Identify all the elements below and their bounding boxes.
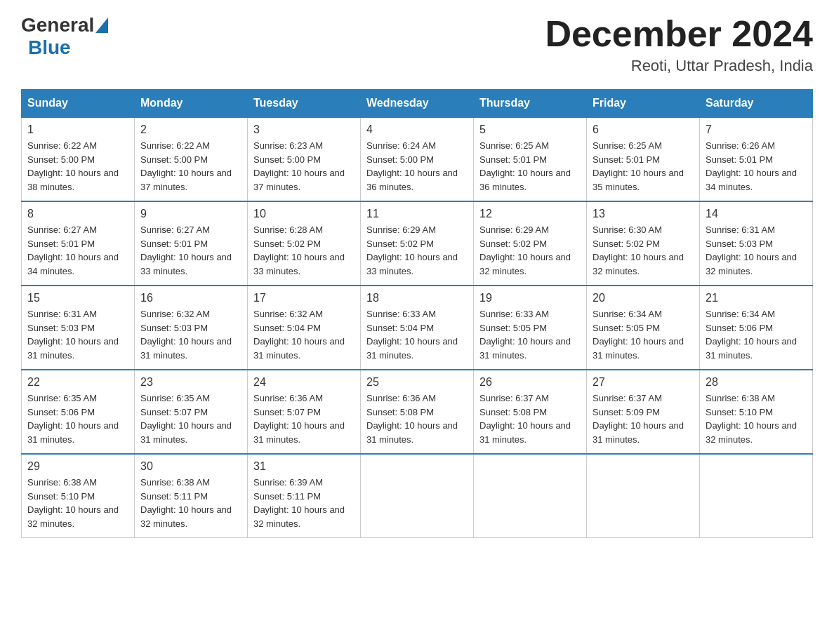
day-info: Sunrise: 6:39 AMSunset: 5:11 PMDaylight:… [253,476,355,530]
day-info: Sunrise: 6:28 AMSunset: 5:02 PMDaylight:… [253,223,355,278]
day-info: Sunrise: 6:37 AMSunset: 5:09 PMDaylight:… [593,391,694,446]
day-info: Sunrise: 6:31 AMSunset: 5:03 PMDaylight:… [706,223,807,278]
day-info: Sunrise: 6:35 AMSunset: 5:06 PMDaylight:… [27,391,128,446]
calendar-cell: 6 Sunrise: 6:25 AMSunset: 5:01 PMDayligh… [587,117,700,201]
day-number: 19 [479,292,581,304]
col-header-thursday: Thursday [474,90,587,118]
day-info: Sunrise: 6:29 AMSunset: 5:02 PMDaylight:… [366,223,468,278]
location-title: Reoti, Uttar Pradesh, India [545,57,813,75]
day-info: Sunrise: 6:27 AMSunset: 5:01 PMDaylight:… [27,223,128,278]
calendar-cell: 30 Sunrise: 6:38 AMSunset: 5:11 PMDaylig… [135,454,248,538]
col-header-friday: Friday [587,90,700,118]
page-header: General Blue December 2024 Reoti, Uttar … [21,14,813,75]
day-number: 20 [593,292,694,304]
day-info: Sunrise: 6:29 AMSunset: 5:02 PMDaylight:… [479,223,581,278]
calendar-cell: 16 Sunrise: 6:32 AMSunset: 5:03 PMDaylig… [135,286,248,370]
calendar-cell: 20 Sunrise: 6:34 AMSunset: 5:05 PMDaylig… [587,286,700,370]
week-row-5: 29 Sunrise: 6:38 AMSunset: 5:10 PMDaylig… [22,454,813,538]
col-header-sunday: Sunday [22,90,135,118]
calendar-cell: 29 Sunrise: 6:38 AMSunset: 5:10 PMDaylig… [22,454,135,538]
day-info: Sunrise: 6:26 AMSunset: 5:01 PMDaylight:… [706,139,807,194]
day-number: 27 [593,376,694,389]
day-number: 13 [593,208,694,220]
calendar-cell: 13 Sunrise: 6:30 AMSunset: 5:02 PMDaylig… [587,201,700,286]
month-title: December 2024 [545,14,813,54]
day-number: 21 [706,292,807,304]
day-number: 23 [140,376,241,389]
logo-triangle-icon [95,18,108,36]
day-info: Sunrise: 6:34 AMSunset: 5:06 PMDaylight:… [706,307,807,362]
day-number: 14 [706,208,807,220]
day-number: 10 [253,208,355,220]
day-number: 22 [27,376,128,389]
calendar-cell: 12 Sunrise: 6:29 AMSunset: 5:02 PMDaylig… [474,201,587,286]
day-number: 11 [366,208,468,220]
day-number: 12 [479,208,581,220]
day-info: Sunrise: 6:35 AMSunset: 5:07 PMDaylight:… [140,391,241,446]
calendar-cell: 24 Sunrise: 6:36 AMSunset: 5:07 PMDaylig… [248,370,361,454]
calendar-cell: 4 Sunrise: 6:24 AMSunset: 5:00 PMDayligh… [361,117,474,201]
calendar-cell [474,454,587,538]
day-number: 24 [253,376,355,389]
col-header-wednesday: Wednesday [361,90,474,118]
day-info: Sunrise: 6:32 AMSunset: 5:03 PMDaylight:… [140,307,241,362]
day-info: Sunrise: 6:38 AMSunset: 5:10 PMDaylight:… [706,391,807,446]
day-number: 8 [27,208,128,220]
day-info: Sunrise: 6:36 AMSunset: 5:08 PMDaylight:… [366,391,468,446]
calendar-cell: 10 Sunrise: 6:28 AMSunset: 5:02 PMDaylig… [248,201,361,286]
calendar-cell: 31 Sunrise: 6:39 AMSunset: 5:11 PMDaylig… [248,454,361,538]
day-number: 3 [253,123,355,136]
calendar-cell: 27 Sunrise: 6:37 AMSunset: 5:09 PMDaylig… [587,370,700,454]
day-number: 28 [706,376,807,389]
day-number: 25 [366,376,468,389]
calendar-cell: 19 Sunrise: 6:33 AMSunset: 5:05 PMDaylig… [474,286,587,370]
week-row-3: 15 Sunrise: 6:31 AMSunset: 5:03 PMDaylig… [22,286,813,370]
day-number: 5 [479,123,581,136]
day-number: 1 [27,123,128,136]
day-info: Sunrise: 6:38 AMSunset: 5:10 PMDaylight:… [27,476,128,530]
logo: General Blue [21,14,108,59]
calendar-table: SundayMondayTuesdayWednesdayThursdayFrid… [21,89,813,538]
day-info: Sunrise: 6:33 AMSunset: 5:04 PMDaylight:… [366,307,468,362]
col-header-saturday: Saturday [700,90,813,118]
day-number: 6 [593,123,694,136]
day-number: 4 [366,123,468,136]
week-row-2: 8 Sunrise: 6:27 AMSunset: 5:01 PMDayligh… [22,201,813,286]
day-number: 17 [253,292,355,304]
day-info: Sunrise: 6:27 AMSunset: 5:01 PMDaylight:… [140,223,241,278]
calendar-cell: 3 Sunrise: 6:23 AMSunset: 5:00 PMDayligh… [248,117,361,201]
day-info: Sunrise: 6:31 AMSunset: 5:03 PMDaylight:… [27,307,128,362]
logo-general-text: General [21,14,94,36]
calendar-cell [361,454,474,538]
calendar-cell: 9 Sunrise: 6:27 AMSunset: 5:01 PMDayligh… [135,201,248,286]
day-number: 26 [479,376,581,389]
day-info: Sunrise: 6:37 AMSunset: 5:08 PMDaylight:… [479,391,581,446]
logo-blue-text: Blue [28,36,71,59]
day-number: 9 [140,208,241,220]
calendar-cell: 23 Sunrise: 6:35 AMSunset: 5:07 PMDaylig… [135,370,248,454]
day-number: 2 [140,123,241,136]
title-block: December 2024 Reoti, Uttar Pradesh, Indi… [545,14,813,75]
day-number: 31 [253,460,355,473]
calendar-cell: 2 Sunrise: 6:22 AMSunset: 5:00 PMDayligh… [135,117,248,201]
calendar-cell: 15 Sunrise: 6:31 AMSunset: 5:03 PMDaylig… [22,286,135,370]
week-row-4: 22 Sunrise: 6:35 AMSunset: 5:06 PMDaylig… [22,370,813,454]
calendar-cell: 5 Sunrise: 6:25 AMSunset: 5:01 PMDayligh… [474,117,587,201]
day-info: Sunrise: 6:23 AMSunset: 5:00 PMDaylight:… [253,139,355,194]
day-info: Sunrise: 6:25 AMSunset: 5:01 PMDaylight:… [593,139,694,194]
calendar-cell [587,454,700,538]
day-info: Sunrise: 6:34 AMSunset: 5:05 PMDaylight:… [593,307,694,362]
day-info: Sunrise: 6:36 AMSunset: 5:07 PMDaylight:… [253,391,355,446]
calendar-cell: 25 Sunrise: 6:36 AMSunset: 5:08 PMDaylig… [361,370,474,454]
day-number: 30 [140,460,241,473]
day-info: Sunrise: 6:24 AMSunset: 5:00 PMDaylight:… [366,139,468,194]
calendar-cell: 18 Sunrise: 6:33 AMSunset: 5:04 PMDaylig… [361,286,474,370]
calendar-cell: 26 Sunrise: 6:37 AMSunset: 5:08 PMDaylig… [474,370,587,454]
day-info: Sunrise: 6:25 AMSunset: 5:01 PMDaylight:… [479,139,581,194]
calendar-header-row: SundayMondayTuesdayWednesdayThursdayFrid… [22,90,813,118]
day-info: Sunrise: 6:30 AMSunset: 5:02 PMDaylight:… [593,223,694,278]
day-number: 18 [366,292,468,304]
calendar-cell: 22 Sunrise: 6:35 AMSunset: 5:06 PMDaylig… [22,370,135,454]
day-info: Sunrise: 6:38 AMSunset: 5:11 PMDaylight:… [140,476,241,530]
calendar-cell: 7 Sunrise: 6:26 AMSunset: 5:01 PMDayligh… [700,117,813,201]
